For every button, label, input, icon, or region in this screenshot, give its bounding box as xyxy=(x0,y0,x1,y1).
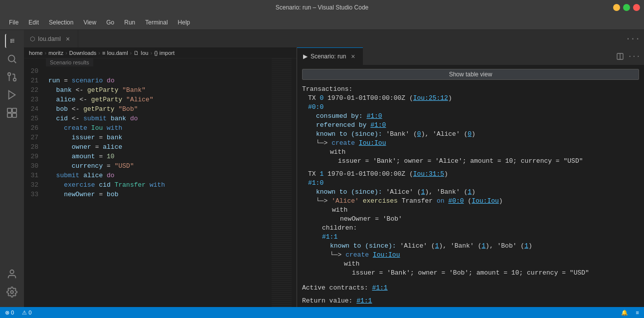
svg-rect-7 xyxy=(12,108,16,112)
scenario-output[interactable]: Transactions: TX 0 1970-01-01T00:00:00Z … xyxy=(297,83,644,307)
minimap xyxy=(272,58,292,307)
scenario-tab-actions: ··· xyxy=(614,50,644,62)
output-line: known to (since): 'Bank' (0), 'Alice' (0… xyxy=(302,130,639,139)
status-warnings[interactable]: ⚠ 0 xyxy=(22,310,31,316)
code-line: 29 amount = 10 xyxy=(24,152,272,161)
menu-go[interactable]: Go xyxy=(102,17,118,28)
close-button[interactable] xyxy=(633,4,640,11)
output-line: children: xyxy=(302,224,639,233)
scenario-panel: ▶ Scenario: run × ··· Show table vi xyxy=(297,47,644,307)
run-icon[interactable] xyxy=(5,88,19,102)
menubar: File Edit Selection View Go Run Terminal… xyxy=(0,15,644,30)
code-line: 33 newOwner = bob xyxy=(24,190,272,199)
show-table-view-button[interactable]: Show table view xyxy=(302,69,639,80)
output-line: with xyxy=(302,148,639,157)
code-line: 24 bob <- getParty "Bob" xyxy=(24,104,272,114)
output-line: └─> 'Alice' exercises Transfer on #0:0 (… xyxy=(302,197,639,206)
svg-point-11 xyxy=(10,291,13,294)
output-line: issuer = 'Bank'; owner = 'Alice'; amount… xyxy=(302,157,639,166)
scenario-tab-close[interactable]: × xyxy=(349,52,357,60)
activity-bar xyxy=(0,30,24,307)
code-editor-left[interactable]: Scenario results 20 21 run = scena xyxy=(24,58,272,307)
breadcrumb-moritz[interactable]: moritz xyxy=(48,50,63,56)
code-lines-left: 20 21 run = scenario do 22 xyxy=(24,66,272,199)
svg-rect-8 xyxy=(7,113,11,117)
titlebar-title: Scenario: run – Visual Studio Code xyxy=(276,4,369,11)
scenario-tab[interactable]: ▶ Scenario: run × xyxy=(297,47,363,65)
code-line: 28 owner = alice xyxy=(24,142,272,152)
output-line: #1:0 xyxy=(302,179,639,188)
code-line: 22 bank <- getParty "Bank" xyxy=(24,85,272,95)
output-line: #0:0 xyxy=(302,103,639,112)
more-actions-button[interactable]: ··· xyxy=(628,50,640,62)
search-icon[interactable] xyxy=(5,52,19,66)
maximize-button[interactable] xyxy=(623,4,630,11)
menu-view[interactable]: View xyxy=(79,17,100,28)
output-line: with xyxy=(302,260,639,269)
menu-run[interactable]: Run xyxy=(120,17,139,28)
left-panel-inner: Scenario results 20 21 run = scena xyxy=(24,58,297,307)
code-line: 20 xyxy=(24,66,272,76)
extensions-icon[interactable] xyxy=(5,106,19,120)
scenario-tab-icon: ▶ xyxy=(303,53,308,60)
output-line: known to (since): 'Alice' (1), 'Bank' (1… xyxy=(302,188,639,197)
menu-file[interactable]: File xyxy=(5,17,22,28)
output-line: newOwner = 'Bob' xyxy=(302,215,639,224)
output-line: with xyxy=(302,206,639,215)
tab-iou-close[interactable]: × xyxy=(64,35,72,43)
menu-selection[interactable]: Selection xyxy=(45,17,77,28)
output-line xyxy=(302,166,639,170)
breadcrumb-downloads[interactable]: Downloads xyxy=(69,50,96,56)
menu-help[interactable]: Help xyxy=(174,17,194,28)
scenario-tabs-bar: ▶ Scenario: run × ··· xyxy=(297,47,644,65)
svg-line-1 xyxy=(14,61,16,63)
output-line: Active contracts: #1:1 xyxy=(302,284,639,293)
svg-point-0 xyxy=(8,55,15,62)
output-line: Return value: #1:1 xyxy=(302,297,639,306)
status-menu-icon[interactable]: ≡ xyxy=(636,310,639,316)
output-line: issuer = 'Bank'; owner = 'Bob'; amount =… xyxy=(302,269,639,278)
menu-terminal[interactable]: Terminal xyxy=(141,17,171,28)
breadcrumb-import[interactable]: {} import xyxy=(154,50,174,56)
editors-container: home › moritz › Downloads › ≡ Iou.daml ›… xyxy=(24,47,644,307)
account-icon[interactable] xyxy=(5,267,19,281)
settings-icon[interactable] xyxy=(5,285,19,299)
statusbar: ⊗ 0 ⚠ 0 🔔 ≡ xyxy=(0,307,644,318)
code-line: 31 submit alice do xyxy=(24,171,272,180)
breadcrumb-iou[interactable]: 🗋 Iou xyxy=(134,50,148,56)
output-line: #1:1 xyxy=(302,233,639,242)
code-line: 26 create Iou with xyxy=(24,123,272,133)
output-line: known to (since): 'Alice' (1), 'Bank' (1… xyxy=(302,242,639,251)
code-line: 23 alice <- getParty "Alice" xyxy=(24,95,272,104)
statusbar-right: 🔔 ≡ xyxy=(621,310,639,316)
source-control-icon[interactable] xyxy=(5,70,19,84)
svg-rect-9 xyxy=(12,113,16,117)
output-line: Transactions: xyxy=(302,85,639,94)
scenario-results-label: Scenario results xyxy=(46,58,93,66)
status-errors[interactable]: ⊗ 0 xyxy=(5,310,14,316)
tab-more-left[interactable]: ··· xyxy=(622,34,644,43)
svg-rect-6 xyxy=(7,108,11,112)
split-editor-button[interactable] xyxy=(614,50,626,62)
minimize-button[interactable] xyxy=(613,4,620,11)
tabs-bar: ⬡ Iou.daml × ··· xyxy=(24,30,644,47)
menu-edit[interactable]: Edit xyxy=(24,17,43,28)
code-line: 32 exercise cid Transfer with xyxy=(24,180,272,190)
scenario-tab-label: Scenario: run xyxy=(311,53,346,60)
explorer-icon[interactable] xyxy=(5,34,19,48)
output-line xyxy=(302,293,639,297)
output-line: referenced by #1:0 xyxy=(302,121,639,130)
code-line: 27 issuer = bank xyxy=(24,133,272,142)
code-line: 30 currency = "USD" xyxy=(24,161,272,171)
tab-iou-label: Iou.daml xyxy=(38,35,61,42)
code-line: 25 cid <- submit bank do xyxy=(24,114,272,123)
output-line: TX 1 1970-01-01T00:00:00Z (Iou:31:5) xyxy=(302,170,639,179)
output-line: └─> create Iou:Iou xyxy=(302,251,639,260)
editor-area: ⬡ Iou.daml × ··· home › moritz › Downloa… xyxy=(24,30,644,307)
tab-iou-daml[interactable]: ⬡ Iou.daml × xyxy=(24,30,78,47)
vertical-scrollbar-left[interactable] xyxy=(292,58,297,307)
status-notifications-icon[interactable]: 🔔 xyxy=(621,310,628,316)
breadcrumb-home[interactable]: home xyxy=(29,50,43,56)
breadcrumb-iou-daml[interactable]: ≡ Iou.daml xyxy=(102,50,128,56)
tab-iou-icon: ⬡ xyxy=(30,35,35,42)
